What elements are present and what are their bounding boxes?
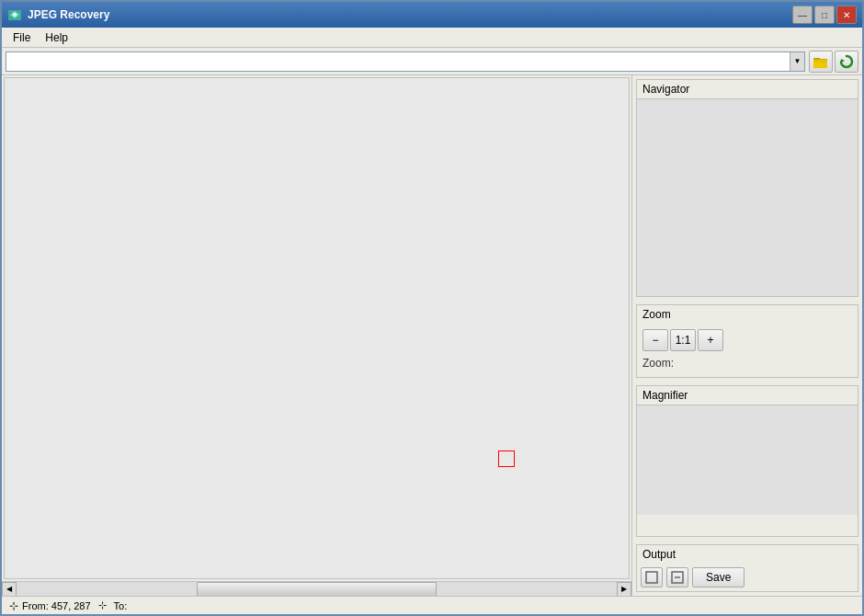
window-title: JPEG Recovery [28, 8, 792, 21]
selection-rectangle [498, 451, 515, 467]
svg-point-2 [13, 13, 17, 17]
zoom-out-button[interactable]: − [642, 329, 668, 351]
output-section: Output [636, 544, 858, 592]
zoom-label: Zoom [637, 305, 858, 324]
open-button[interactable] [809, 51, 833, 73]
path-input[interactable] [6, 55, 790, 68]
scrollbar-track[interactable] [17, 582, 617, 597]
output-content: Save [637, 564, 858, 591]
status-separator: ⊹ [98, 599, 107, 611]
path-dropdown-button[interactable]: ▼ [790, 52, 804, 71]
scrollbar-thumb[interactable] [197, 582, 437, 597]
close-button[interactable]: ✕ [836, 6, 857, 24]
right-panel: Navigator Zoom − 1:1 + Zoom: [632, 75, 862, 596]
path-input-wrapper: ▼ [6, 51, 805, 72]
save-button[interactable]: Save [692, 567, 745, 587]
from-label: From: 457, 287 [22, 600, 91, 611]
navigator-label: Navigator [637, 80, 858, 98]
main-area: ◀ ▶ Navigator Zoom [2, 75, 862, 596]
zoom-fit-button[interactable]: 1:1 [670, 329, 696, 351]
zoom-text: Zoom: [642, 355, 852, 371]
navigator-section: Navigator [636, 79, 858, 297]
minimize-button[interactable]: — [792, 6, 813, 24]
app-icon [7, 7, 22, 22]
to-label: To: [114, 600, 128, 611]
menu-file[interactable]: File [6, 29, 38, 46]
status-bar: ⊹ From: 457, 287 ⊹ To: [2, 596, 862, 614]
magnifier-label: Magnifier [637, 386, 858, 405]
output-buttons: Save [641, 567, 854, 587]
menu-bar: File Help [2, 28, 862, 48]
navigator-area[interactable] [637, 98, 858, 296]
status-icon: ⊹ [9, 599, 18, 612]
scroll-left-button[interactable]: ◀ [2, 582, 17, 597]
svg-rect-5 [813, 60, 827, 68]
zoom-section: Zoom − 1:1 + Zoom: [636, 304, 858, 378]
image-panel: ◀ ▶ [2, 75, 632, 596]
zoom-in-button[interactable]: + [698, 329, 723, 351]
output-label: Output [637, 545, 858, 564]
toolbar: ▼ [2, 48, 862, 75]
maximize-button[interactable]: □ [814, 6, 835, 24]
svg-rect-8 [646, 572, 657, 583]
output-icon-btn-2[interactable] [666, 567, 688, 587]
scroll-right-button[interactable]: ▶ [617, 582, 631, 597]
image-canvas[interactable] [4, 77, 630, 579]
magnifier-section: Magnifier [636, 385, 858, 537]
output-icon-btn-1[interactable] [641, 567, 663, 587]
magnifier-area[interactable] [637, 405, 858, 515]
refresh-button[interactable] [835, 51, 858, 73]
right-panel-inner: Navigator Zoom − 1:1 + Zoom: [632, 75, 862, 541]
zoom-buttons: − 1:1 + [642, 329, 852, 351]
title-bar: JPEG Recovery — □ ✕ [2, 2, 862, 28]
zoom-area: − 1:1 + Zoom: [637, 324, 858, 377]
menu-help[interactable]: Help [38, 29, 75, 46]
main-window: JPEG Recovery — □ ✕ File Help ▼ [0, 0, 864, 616]
window-controls: — □ ✕ [792, 6, 857, 24]
svg-marker-7 [841, 59, 845, 63]
horizontal-scrollbar[interactable]: ◀ ▶ [2, 581, 631, 596]
